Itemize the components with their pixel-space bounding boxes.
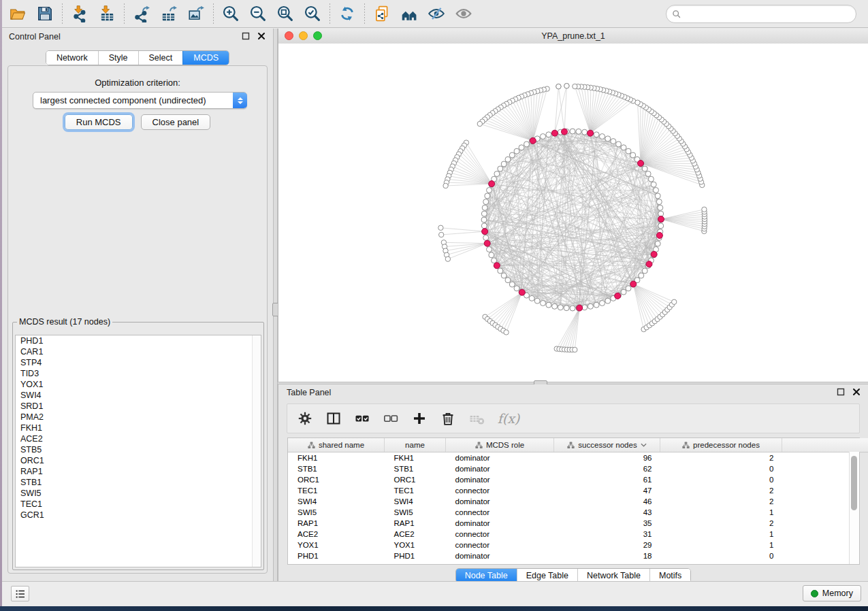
run-mcds-button[interactable]: Run MCDS bbox=[65, 114, 133, 130]
table-row[interactable]: ACE2ACE2connector311 bbox=[288, 529, 868, 540]
zoom-selected-button[interactable] bbox=[302, 3, 323, 24]
cell-name[interactable]: ACE2 bbox=[385, 529, 446, 540]
cell-mcds_role[interactable]: connector bbox=[446, 507, 554, 518]
table-row[interactable]: SWI5SWI5connector431 bbox=[288, 507, 868, 518]
cell-shared_name[interactable]: SWI5 bbox=[288, 507, 385, 518]
mcds-result-list[interactable]: PHD1CAR1STP4TID3YOX1SWI4SRD1PMA2FKH1ACE2… bbox=[15, 335, 261, 567]
tab-edge-table[interactable]: Edge Table bbox=[517, 569, 577, 582]
mcds-result-item[interactable]: FKH1 bbox=[16, 423, 261, 433]
save-button[interactable] bbox=[35, 3, 55, 24]
cell-shared_name[interactable]: STB1 bbox=[288, 463, 385, 474]
table-row[interactable]: ORC1ORC1dominator610 bbox=[288, 474, 868, 485]
table-row[interactable]: RAP1RAP1dominator352 bbox=[288, 518, 868, 529]
export-network-button[interactable] bbox=[131, 3, 152, 24]
mcds-result-item[interactable]: SWI5 bbox=[16, 488, 261, 499]
mcds-result-item[interactable]: STB1 bbox=[16, 477, 261, 488]
refresh-button[interactable] bbox=[337, 3, 357, 24]
cell-name[interactable]: RAP1 bbox=[385, 518, 446, 529]
tab-mcds[interactable]: MCDS bbox=[182, 51, 229, 65]
select-all-button[interactable] bbox=[354, 410, 372, 427]
search-input[interactable] bbox=[684, 7, 856, 22]
table-scrollbar-thumb[interactable] bbox=[851, 456, 857, 510]
cell-predecessor_nodes[interactable]: 0 bbox=[660, 463, 782, 474]
tab-network[interactable]: Network bbox=[46, 51, 98, 65]
table-row[interactable]: STB1STB1dominator620 bbox=[288, 463, 868, 474]
cell-successor_nodes[interactable]: 47 bbox=[554, 485, 660, 496]
cell-mcds_role[interactable]: dominator bbox=[446, 518, 554, 529]
cell-shared_name[interactable]: ORC1 bbox=[288, 474, 385, 485]
cell-successor_nodes[interactable]: 43 bbox=[554, 507, 660, 518]
cell-predecessor_nodes[interactable]: 1 bbox=[660, 529, 782, 540]
cell-mcds_role[interactable]: dominator bbox=[446, 496, 554, 507]
cell-name[interactable]: STB1 bbox=[385, 463, 446, 474]
mcds-result-item[interactable]: ORC1 bbox=[16, 455, 261, 466]
mcds-result-item[interactable]: SWI4 bbox=[16, 390, 261, 401]
column-header-MCDS-role[interactable]: MCDS role bbox=[446, 438, 554, 452]
table-row[interactable]: SWI4SWI4dominator462 bbox=[288, 496, 868, 507]
search-box[interactable] bbox=[666, 5, 856, 23]
mcds-result-item[interactable]: TID3 bbox=[16, 368, 261, 379]
cell-mcds_role[interactable]: connector bbox=[446, 485, 554, 496]
column-header-name[interactable]: name bbox=[385, 438, 446, 452]
cell-predecessor_nodes[interactable]: 1 bbox=[660, 540, 782, 550]
cell-name[interactable]: PHD1 bbox=[385, 550, 446, 561]
vertical-split-divider[interactable] bbox=[273, 29, 278, 582]
cell-predecessor_nodes[interactable]: 2 bbox=[660, 485, 782, 496]
cell-predecessor_nodes[interactable]: 2 bbox=[660, 452, 782, 464]
criterion-select[interactable]: largest connected component (undirected) bbox=[33, 92, 247, 109]
mcds-result-item[interactable]: CAR1 bbox=[16, 346, 261, 357]
cell-name[interactable]: SWI5 bbox=[385, 507, 446, 518]
cell-successor_nodes[interactable]: 31 bbox=[554, 529, 660, 540]
zoom-fit-button[interactable] bbox=[275, 3, 295, 24]
table-row[interactable]: PHD1PHD1dominator180 bbox=[288, 550, 868, 561]
table-row[interactable]: FKH1FKH1dominator962 bbox=[288, 452, 868, 464]
close-panel-button[interactable]: Close panel bbox=[141, 114, 211, 130]
import-network-button[interactable] bbox=[69, 3, 90, 24]
column-header-shared-name[interactable]: shared name bbox=[288, 438, 385, 452]
memory-button[interactable]: Memory bbox=[803, 585, 861, 601]
cell-name[interactable]: YOX1 bbox=[385, 540, 446, 550]
mcds-result-item[interactable]: GCR1 bbox=[16, 510, 261, 521]
cell-mcds_role[interactable]: dominator bbox=[446, 474, 554, 485]
tab-style[interactable]: Style bbox=[98, 51, 138, 65]
cell-successor_nodes[interactable]: 46 bbox=[554, 496, 660, 507]
close-table-panel-icon[interactable] bbox=[852, 388, 861, 397]
cell-predecessor_nodes[interactable]: 0 bbox=[660, 550, 782, 561]
export-table-button[interactable] bbox=[159, 3, 179, 24]
cell-shared_name[interactable]: FKH1 bbox=[288, 452, 385, 464]
cell-name[interactable]: SWI4 bbox=[385, 496, 446, 507]
delete-button[interactable] bbox=[440, 410, 457, 427]
float-table-panel-icon[interactable] bbox=[836, 388, 846, 397]
network-overview-button[interactable] bbox=[399, 3, 419, 24]
cell-successor_nodes[interactable]: 29 bbox=[554, 540, 660, 550]
mcds-result-item[interactable]: RAP1 bbox=[16, 466, 261, 477]
cell-predecessor_nodes[interactable]: 2 bbox=[660, 518, 782, 529]
mcds-result-item[interactable]: PMA2 bbox=[16, 412, 261, 423]
cell-shared_name[interactable]: TEC1 bbox=[288, 485, 385, 496]
close-window-icon[interactable] bbox=[285, 31, 293, 40]
cell-predecessor_nodes[interactable]: 0 bbox=[660, 474, 782, 485]
cell-successor_nodes[interactable]: 61 bbox=[554, 474, 660, 485]
mcds-result-item[interactable]: SRD1 bbox=[16, 401, 261, 412]
add-button[interactable] bbox=[411, 410, 429, 427]
network-canvas[interactable] bbox=[278, 44, 868, 382]
settings-button[interactable] bbox=[297, 410, 315, 427]
float-panel-icon[interactable] bbox=[241, 32, 251, 42]
zoom-out-button[interactable] bbox=[248, 3, 268, 24]
cell-shared_name[interactable]: YOX1 bbox=[288, 540, 385, 550]
mcds-result-item[interactable]: ACE2 bbox=[16, 433, 261, 444]
cell-mcds_role[interactable]: dominator bbox=[446, 452, 554, 464]
close-panel-icon[interactable] bbox=[257, 32, 266, 42]
cell-mcds_role[interactable]: dominator bbox=[446, 550, 554, 561]
cell-mcds_role[interactable]: connector bbox=[446, 529, 554, 540]
deselect-all-button[interactable] bbox=[383, 410, 400, 427]
cell-successor_nodes[interactable]: 35 bbox=[554, 518, 660, 529]
network-window-titlebar[interactable]: YPA_prune.txt_1 bbox=[278, 29, 868, 44]
cell-shared_name[interactable]: PHD1 bbox=[288, 550, 385, 561]
cell-mcds_role[interactable]: connector bbox=[446, 540, 554, 550]
cell-successor_nodes[interactable]: 18 bbox=[554, 550, 660, 561]
export-image-button[interactable] bbox=[186, 3, 206, 24]
cell-shared_name[interactable]: SWI4 bbox=[288, 496, 385, 507]
cell-name[interactable]: TEC1 bbox=[385, 485, 446, 496]
minimize-window-icon[interactable] bbox=[299, 31, 308, 40]
